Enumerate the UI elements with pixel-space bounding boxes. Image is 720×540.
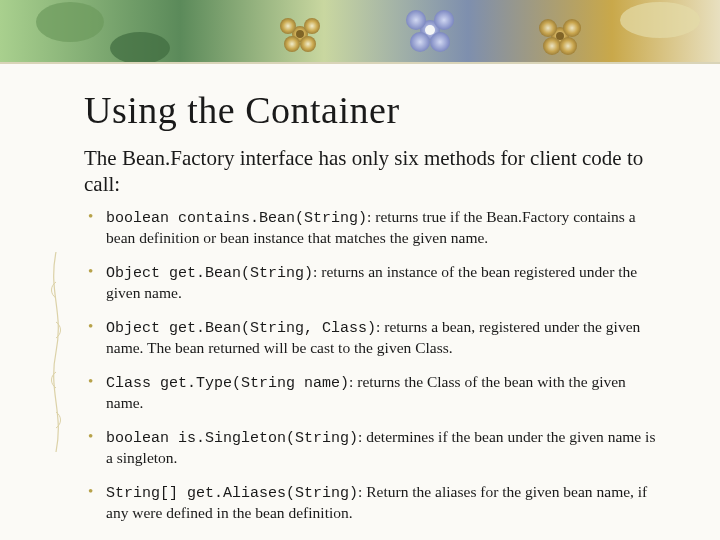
svg-point-21: [620, 2, 700, 38]
list-item: Class get.Type(String name): returns the…: [84, 372, 660, 413]
list-item: Object get.Bean(String, Class): returns …: [84, 317, 660, 358]
list-item: boolean contains.Bean(String): returns t…: [84, 207, 660, 248]
svg-rect-0: [0, 0, 720, 64]
svg-point-18: [543, 37, 561, 55]
svg-point-16: [539, 19, 557, 37]
svg-point-20: [556, 32, 564, 40]
svg-point-4: [280, 18, 296, 34]
method-signature: boolean is.Singleton(String): [106, 430, 358, 447]
method-signature: boolean contains.Bean(String): [106, 210, 367, 227]
svg-point-5: [304, 18, 320, 34]
svg-point-17: [563, 19, 581, 37]
svg-point-19: [559, 37, 577, 55]
intro-text: The Bean.Factory interface has only six …: [84, 146, 660, 197]
method-signature: Object get.Bean(String, Class): [106, 320, 376, 337]
side-flourish: [38, 252, 74, 452]
list-item: String[] get.Aliases(String): Return the…: [84, 482, 660, 523]
slide: Using the Container The Bean.Factory int…: [0, 0, 720, 540]
method-signature: Object get.Bean(String): [106, 265, 313, 282]
method-signature: Class get.Type(String name): [106, 375, 349, 392]
svg-point-10: [406, 10, 426, 30]
list-item: boolean is.Singleton(String): determines…: [84, 427, 660, 468]
content-area: Using the Container The Bean.Factory int…: [84, 88, 660, 537]
slide-title: Using the Container: [84, 88, 660, 132]
svg-point-6: [284, 36, 300, 52]
banner-svg: [0, 0, 720, 64]
svg-point-14: [425, 25, 435, 35]
decorative-banner: [0, 0, 720, 64]
list-item: Object get.Bean(String): returns an inst…: [84, 262, 660, 303]
svg-point-13: [430, 32, 450, 52]
svg-point-8: [296, 30, 304, 38]
svg-point-11: [434, 10, 454, 30]
svg-point-2: [110, 32, 170, 64]
svg-point-7: [300, 36, 316, 52]
svg-point-12: [410, 32, 430, 52]
svg-point-1: [36, 2, 104, 42]
methods-list: boolean contains.Bean(String): returns t…: [84, 207, 660, 523]
method-signature: String[] get.Aliases(String): [106, 485, 358, 502]
